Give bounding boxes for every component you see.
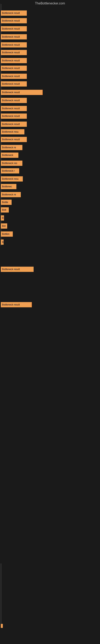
bottleneck-bar: Bottleneck resu [1, 129, 24, 134]
bottleneck-bar: B [1, 215, 4, 220]
bottleneck-bar: Bottle [1, 200, 12, 205]
vertical-line-bottom [1, 564, 1, 624]
bottleneck-bar: Bottleneck r [1, 168, 19, 174]
bottleneck-bar: Bottleneck result [1, 302, 32, 307]
bottleneck-bar: Bottleneck result [1, 42, 27, 48]
bottleneck-bar: Bottleneck result [1, 10, 27, 16]
bottleneck-bar: Bottleneck res [1, 160, 22, 166]
bottleneck-bar: Bottleneck resu [1, 176, 23, 182]
bottleneck-bar: Bottleneck result [1, 18, 27, 23]
bottleneck-bar: Bottleneck re [1, 145, 22, 150]
bottleneck-bar: Bottleneck result [1, 98, 27, 103]
bottleneck-bar: Bottleneck re [1, 192, 21, 197]
site-title: TheBottlenecker.com [0, 0, 100, 6]
bottom-orange-block [1, 624, 3, 628]
bottleneck-bar: Bottleneck result [1, 90, 43, 95]
bottleneck-bar: Bottleneck result [1, 66, 27, 71]
bottleneck-bar: B [1, 240, 3, 245]
bottleneck-bar: Bottleneck result [1, 34, 27, 40]
bottleneck-bar: Bottleneck result [1, 267, 34, 272]
bottleneck-bar: Bottleneck [1, 152, 18, 158]
bottleneck-bar: Bottleneck result [1, 106, 27, 111]
bottleneck-bar: Bottleneck result [1, 137, 27, 142]
bottleneck-bar: Bott [1, 207, 9, 212]
bottleneck-bar: Bot [1, 224, 7, 228]
bottleneck-bar: Bottleneck result [1, 74, 27, 79]
bottleneck-bar: Bottlenec [1, 184, 16, 189]
bottleneck-bar: Bottleneck result [1, 50, 27, 55]
bottleneck-bar: Bottleneck result [1, 58, 27, 63]
bottleneck-bar: Bottlen [1, 232, 13, 237]
bottleneck-bar: Bottleneck result [1, 26, 27, 32]
bottleneck-bar: Bottleneck result [1, 122, 27, 127]
bottleneck-bar: Bottleneck result [1, 114, 27, 119]
bottleneck-bar: Bottleneck result [1, 81, 27, 86]
